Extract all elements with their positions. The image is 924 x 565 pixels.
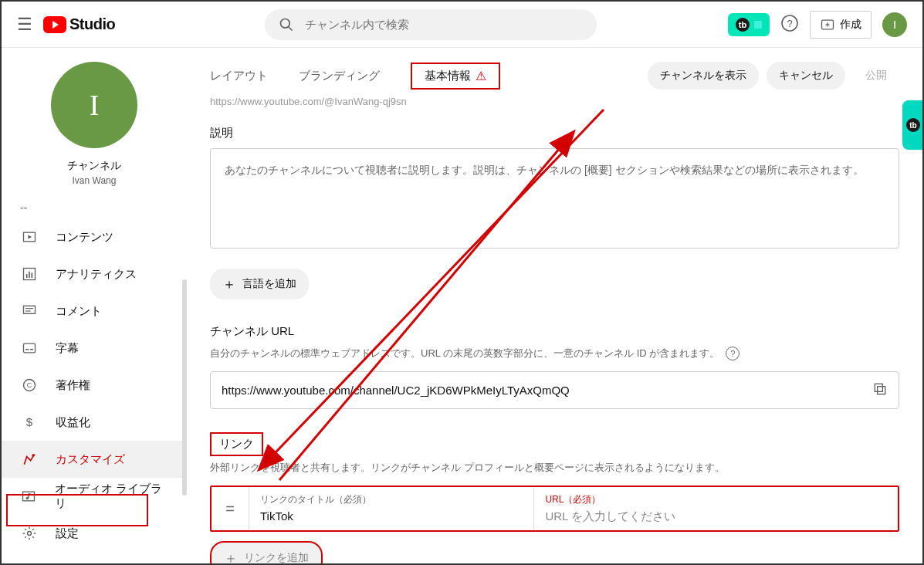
sidebar-item-comments[interactable]: コメント <box>2 293 187 330</box>
sidebar-item-settings[interactable]: 設定 <box>2 515 187 552</box>
youtube-studio-logo[interactable]: Studio <box>43 15 115 33</box>
svg-point-22 <box>32 454 34 456</box>
tb-icon: tb <box>736 18 750 32</box>
add-language-button[interactable]: ＋ 言語を追加 <box>210 269 309 299</box>
create-label: 作成 <box>840 18 861 32</box>
tab-basic-info[interactable]: 基本情報 ⚠ <box>411 63 500 90</box>
nav-label: 設定 <box>56 526 79 541</box>
svg-rect-16 <box>24 343 36 353</box>
sidebar-item-analytics[interactable]: アナリティクス <box>2 255 187 293</box>
handle-url: https://www.youtube.com/@IvanWang-qj9sn <box>210 96 899 107</box>
channel-url-value: https://www.youtube.com/channel/UC2_jKD6… <box>222 384 865 397</box>
side-tab-button[interactable]: tb <box>902 100 924 150</box>
add-language-label: 言語を追加 <box>242 277 296 291</box>
subtitles-icon <box>20 340 39 356</box>
svg-rect-28 <box>878 387 885 394</box>
cancel-button[interactable]: キャンセル <box>767 62 845 90</box>
svg-line-26 <box>29 494 31 495</box>
add-link-label: リンクを追加 <box>244 551 309 563</box>
user-avatar[interactable]: I <box>882 12 907 37</box>
monetize-icon: $ <box>20 414 39 430</box>
link-url-placeholder: URL を入力してください <box>545 509 887 524</box>
header: ☰ Studio tb ? 作成 I <box>2 2 922 48</box>
sidebar-item-content[interactable]: コンテンツ <box>2 218 187 255</box>
main-content: レイアウト ブランディング 基本情報 ⚠ チャンネルを表示 キャンセル 公開 h… <box>187 48 922 563</box>
link-title-value: TikTok <box>260 509 523 523</box>
sidebar-item-audio[interactable]: オーディオ ライブラリ <box>2 478 187 515</box>
plus-icon: ＋ <box>222 275 236 293</box>
nav-label: 字幕 <box>56 341 79 356</box>
analytics-icon <box>20 266 39 282</box>
nav-label: 収益化 <box>56 415 90 430</box>
search-bar[interactable] <box>265 9 597 40</box>
nav-label: オーディオ ライブラリ <box>55 482 168 511</box>
nav-label: カスタマイズ <box>56 452 125 467</box>
channel-name: Ivan Wang <box>2 175 187 186</box>
drag-handle-icon[interactable]: = <box>212 487 249 530</box>
publish-button: 公開 <box>853 62 899 90</box>
create-button[interactable]: 作成 <box>810 11 872 39</box>
link-row: = リンクのタイトル（必須） TikTok URL（必須） URL を入力してく… <box>210 485 899 532</box>
hamburger-menu-icon[interactable]: ☰ <box>17 15 32 35</box>
svg-rect-29 <box>875 384 882 391</box>
tabs: レイアウト ブランディング 基本情報 ⚠ <box>210 63 500 90</box>
warning-icon: ⚠ <box>476 69 486 83</box>
add-link-button[interactable]: ＋ リンクを追加 <box>210 541 323 563</box>
tab-layout[interactable]: レイアウト <box>210 63 268 90</box>
sidebar-item-copyright[interactable]: C 著作権 <box>2 367 187 404</box>
comments-icon <box>20 303 39 319</box>
search-input[interactable] <box>305 18 583 31</box>
search-icon <box>279 17 294 32</box>
content-icon <box>20 229 39 245</box>
svg-point-0 <box>281 19 290 28</box>
nav-label: コンテンツ <box>56 230 113 245</box>
sidebar: I チャンネル Ivan Wang -- コンテンツ アナリティクス コメント … <box>2 48 187 563</box>
svg-rect-12 <box>32 272 33 278</box>
svg-rect-13 <box>24 306 36 313</box>
nav-label: コメント <box>56 304 102 319</box>
svg-rect-11 <box>29 272 30 278</box>
channel-url-box: https://www.youtube.com/channel/UC2_jKD6… <box>210 371 899 409</box>
sidebar-item-monetize[interactable]: $ 収益化 <box>2 404 187 441</box>
link-url-field[interactable]: URL（必須） URL を入力してください <box>533 487 898 530</box>
customize-icon <box>20 452 39 467</box>
tb-icon: tb <box>906 118 920 132</box>
help-icon[interactable]: ? <box>726 347 740 360</box>
link-url-label: URL（必須） <box>545 493 887 506</box>
youtube-play-icon <box>43 16 66 33</box>
logo-text: Studio <box>69 15 115 33</box>
svg-line-1 <box>289 26 293 30</box>
tubebuddy-badge[interactable]: tb <box>728 13 770 36</box>
links-subtext: 外部リンクを視聴者と共有します。リンクがチャンネル プロフィールと概要ページに表… <box>210 461 899 475</box>
audio-icon <box>20 489 38 504</box>
sidebar-dash: -- <box>2 201 187 214</box>
channel-url-subtext: 自分のチャンネルの標準ウェブアドレスです。URL の末尾の英数字部分に、一意のチ… <box>210 347 899 360</box>
tb-square-icon <box>754 21 762 29</box>
svg-marker-8 <box>28 235 32 239</box>
sidebar-item-subtitles[interactable]: 字幕 <box>2 330 187 367</box>
tab-branding[interactable]: ブランディング <box>299 63 380 90</box>
link-title-field[interactable]: リンクのタイトル（必須） TikTok <box>249 487 533 530</box>
channel-label: チャンネル <box>2 159 187 173</box>
nav-label: 著作権 <box>56 378 90 393</box>
svg-text:?: ? <box>787 18 792 29</box>
svg-point-27 <box>28 532 32 536</box>
channel-avatar[interactable]: I <box>51 62 137 148</box>
link-title-label: リンクのタイトル（必須） <box>260 493 523 506</box>
sidebar-item-customize[interactable]: カスタマイズ <box>2 441 187 478</box>
plus-icon: ＋ <box>224 549 238 563</box>
nav-label: アナリティクス <box>56 267 137 282</box>
channel-url-title: チャンネル URL <box>210 324 899 339</box>
view-channel-button[interactable]: チャンネルを表示 <box>648 62 759 90</box>
svg-text:$: $ <box>26 415 33 428</box>
tab-basic-label: 基本情報 <box>425 69 471 83</box>
description-textarea[interactable]: あなたのチャンネルについて視聴者に説明します。説明は、チャンネルの [概要] セ… <box>210 148 899 249</box>
create-icon <box>820 17 835 32</box>
svg-rect-10 <box>26 274 28 278</box>
help-icon[interactable]: ? <box>780 14 799 35</box>
copyright-icon: C <box>20 377 39 393</box>
svg-text:C: C <box>27 381 32 389</box>
description-title: 説明 <box>210 126 899 140</box>
copy-icon[interactable] <box>872 381 888 399</box>
links-title: リンク <box>210 432 263 456</box>
